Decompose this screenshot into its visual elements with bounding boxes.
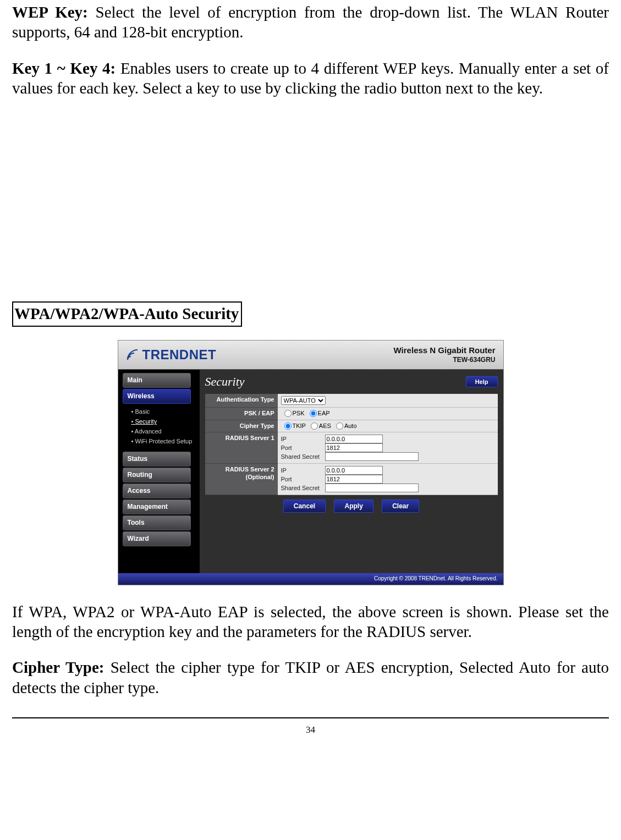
section-heading-wrap: WPA/WPA2/WPA-Auto Security — [12, 301, 609, 327]
help-button[interactable]: Help — [466, 376, 498, 387]
sidebar-item-management[interactable]: Management — [123, 499, 191, 514]
submenu-wps[interactable]: WiFi Protected Setup — [131, 437, 200, 447]
r1-port-label: Port — [281, 444, 325, 452]
r2-secret-label: Shared Secret — [281, 485, 325, 492]
router-ui: TRENDNET Wireless N Gigabit Router TEW-6… — [118, 340, 504, 585]
tkip-radio-label[interactable]: TKIP — [281, 422, 306, 429]
r1-ip-input[interactable] — [325, 435, 383, 443]
paragraph-keys: Key 1 ~ Key 4: Enables users to create u… — [12, 58, 609, 98]
aes-radio[interactable] — [311, 422, 318, 430]
r2-ip-label: IP — [281, 467, 325, 475]
psk-radio[interactable] — [284, 410, 292, 417]
row-cipher-type: Cipher Type TKIP AES Auto — [205, 420, 498, 432]
cipher-label: Cipher Type: — [12, 658, 104, 676]
router-footer: Copyright © 2008 TRENDnet. All Rights Re… — [118, 573, 503, 585]
psk-eap-label: PSK / EAP — [205, 407, 278, 420]
router-title-line1: Wireless N Gigabit Router — [394, 345, 496, 356]
brand-logo: TRENDNET — [126, 347, 217, 363]
r2-secret-input[interactable] — [325, 484, 419, 492]
action-row: Cancel Apply Clear — [205, 495, 498, 513]
sidebar-item-wireless[interactable]: Wireless — [123, 389, 191, 404]
auth-type-value-cell: WPA-AUTO — [278, 394, 498, 408]
footer-rule — [12, 717, 609, 718]
sidebar-item-main[interactable]: Main — [123, 373, 191, 388]
sidebar-item-routing[interactable]: Routing — [123, 468, 191, 482]
radius1-value-cell: IP Port Shared Secret — [278, 432, 498, 464]
submenu-advanced[interactable]: Advanced — [131, 427, 200, 437]
document-page: WEP Key: Select the level of encryption … — [0, 2, 621, 746]
router-main: Security Help Authentication Type WPA-AU… — [200, 370, 503, 573]
paragraph-cipher: Cipher Type: Select the cipher type for … — [12, 657, 609, 698]
r1-port-input[interactable] — [325, 443, 383, 452]
r2-port-input[interactable] — [325, 475, 383, 484]
main-header: Security Help — [205, 374, 498, 389]
radius2-value-cell: IP Port Shared Secret — [278, 464, 498, 495]
brand-text: TRENDNET — [142, 347, 217, 363]
wep-key-text: Select the level of encryption from the … — [12, 3, 609, 41]
eap-radio[interactable] — [310, 410, 317, 417]
router-title-line2: TEW-634GRU — [394, 356, 496, 364]
r2-port-label: Port — [281, 476, 325, 484]
auth-type-label: Authentication Type — [205, 394, 278, 408]
row-psk-eap: PSK / EAP PSK EAP — [205, 407, 498, 420]
router-body: Main Wireless Basic Security Advanced Wi… — [118, 370, 503, 573]
submenu-basic[interactable]: Basic — [131, 407, 200, 417]
sidebar-item-status[interactable]: Status — [123, 452, 191, 466]
eap-radio-label[interactable]: EAP — [306, 410, 330, 416]
router-header: TRENDNET Wireless N Gigabit Router TEW-6… — [118, 341, 503, 370]
r1-secret-label: Shared Secret — [281, 453, 325, 461]
cancel-button[interactable]: Cancel — [283, 499, 326, 513]
wep-key-label: WEP Key: — [12, 3, 88, 21]
main-title: Security — [205, 374, 245, 389]
r1-secret-input[interactable] — [325, 452, 419, 461]
wireless-submenu: Basic Security Advanced WiFi Protected S… — [123, 405, 200, 452]
row-auth-type: Authentication Type WPA-AUTO — [205, 394, 498, 408]
section-heading: WPA/WPA2/WPA-Auto Security — [12, 301, 242, 327]
auth-type-select[interactable]: WPA-AUTO — [281, 396, 326, 405]
cipher-type-value-cell: TKIP AES Auto — [278, 420, 498, 432]
sidebar-item-wizard[interactable]: Wizard — [123, 531, 191, 546]
row-radius2: RADIUS Server 2 (Optional) IP Port Share… — [205, 464, 498, 495]
r1-ip-label: IP — [281, 436, 325, 443]
router-sidebar: Main Wireless Basic Security Advanced Wi… — [118, 370, 200, 573]
apply-button[interactable]: Apply — [334, 499, 373, 513]
radius1-label: RADIUS Server 1 — [205, 432, 278, 464]
radius2-label: RADIUS Server 2 (Optional) — [205, 464, 278, 495]
router-title: Wireless N Gigabit Router TEW-634GRU — [394, 345, 496, 364]
brand-arcs-icon — [126, 348, 139, 361]
aes-radio-label[interactable]: AES — [307, 422, 331, 429]
auto-radio-label[interactable]: Auto — [333, 422, 357, 429]
row-radius1: RADIUS Server 1 IP Port Shared Secret — [205, 432, 498, 464]
settings-form: Authentication Type WPA-AUTO PSK / EAP P… — [205, 394, 498, 496]
sidebar-item-tools[interactable]: Tools — [123, 515, 191, 530]
auto-radio[interactable] — [336, 422, 343, 430]
paragraph-after-screenshot: If WPA, WPA2 or WPA-Auto EAP is selected… — [12, 602, 609, 642]
submenu-security[interactable]: Security — [131, 417, 200, 427]
tkip-radio[interactable] — [284, 422, 292, 430]
sidebar-item-access[interactable]: Access — [123, 484, 191, 498]
psk-eap-value-cell: PSK EAP — [278, 407, 498, 420]
cipher-type-label: Cipher Type — [205, 420, 278, 432]
psk-radio-label[interactable]: PSK — [281, 410, 305, 416]
clear-button[interactable]: Clear — [382, 499, 419, 513]
r2-ip-input[interactable] — [325, 466, 383, 475]
paragraph-wep-key: WEP Key: Select the level of encryption … — [12, 2, 609, 42]
keys-label: Key 1 ~ Key 4: — [12, 59, 116, 77]
page-number: 34 — [12, 724, 609, 735]
